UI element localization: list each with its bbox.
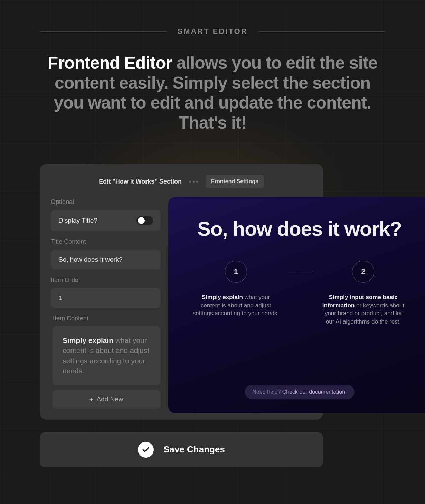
preview-step: 2 Simply input some basic information or… bbox=[313, 261, 414, 326]
display-title-field: Display Title? bbox=[51, 210, 161, 231]
tab-dots-icon bbox=[189, 181, 198, 183]
add-new-label: Add New bbox=[96, 395, 123, 403]
label-item-content: Item Content bbox=[51, 315, 161, 322]
save-label: Save Changes bbox=[163, 444, 225, 455]
divider-line bbox=[258, 31, 385, 32]
item-content-input[interactable]: Simply explain what your content is abou… bbox=[52, 326, 161, 385]
label-title-content: Title Content bbox=[51, 238, 161, 245]
help-link: Check our documentation. bbox=[282, 389, 347, 395]
label-item-order: Item Order bbox=[51, 277, 161, 284]
item-content-strong: Simply explain bbox=[63, 336, 113, 344]
step-text: Simply input some basic information or k… bbox=[313, 293, 414, 326]
preview-step: 1 Simply explain what your content is ab… bbox=[186, 261, 286, 318]
display-title-toggle[interactable] bbox=[136, 216, 153, 225]
display-title-label: Display Title? bbox=[58, 217, 97, 224]
preview-title: So, how does it work? bbox=[186, 218, 414, 240]
panel-tabs: Edit "How it Works" Section Frontend Set… bbox=[51, 175, 312, 188]
help-pill[interactable]: Need help? Check our documentation. bbox=[245, 385, 354, 399]
hero-strong: Frontend Editor bbox=[48, 53, 172, 73]
title-content-input[interactable]: So, how does it work? bbox=[51, 250, 161, 270]
label-optional: Optional bbox=[51, 198, 161, 206]
tab-edit-section[interactable]: Edit "How it Works" Section bbox=[99, 178, 182, 185]
step-number-icon: 2 bbox=[352, 261, 374, 283]
eyebrow-row: SMART EDITOR bbox=[40, 0, 385, 36]
help-muted: Need help? bbox=[252, 389, 282, 395]
step-strong: Simply explain bbox=[202, 294, 243, 300]
add-new-button[interactable]: +Add New bbox=[52, 390, 161, 409]
eyebrow-text: SMART EDITOR bbox=[177, 27, 247, 36]
divider-line bbox=[40, 31, 167, 32]
toggle-knob-icon bbox=[138, 217, 145, 224]
preview-pane: So, how does it work? 1 Simply explain w… bbox=[168, 197, 425, 413]
tab-frontend-settings[interactable]: Frontend Settings bbox=[206, 175, 264, 188]
step-text: Simply explain what your content is abou… bbox=[186, 293, 286, 318]
hero-heading: Frontend Editor allows you to edit the s… bbox=[40, 53, 385, 133]
item-order-input[interactable]: 1 bbox=[51, 288, 161, 308]
step-connector-line bbox=[286, 272, 313, 272]
plus-icon: + bbox=[89, 396, 93, 403]
check-circle-icon bbox=[138, 442, 154, 458]
step-number-icon: 1 bbox=[225, 261, 247, 283]
save-changes-button[interactable]: Save Changes bbox=[40, 432, 323, 467]
preview-steps: 1 Simply explain what your content is ab… bbox=[186, 261, 414, 326]
